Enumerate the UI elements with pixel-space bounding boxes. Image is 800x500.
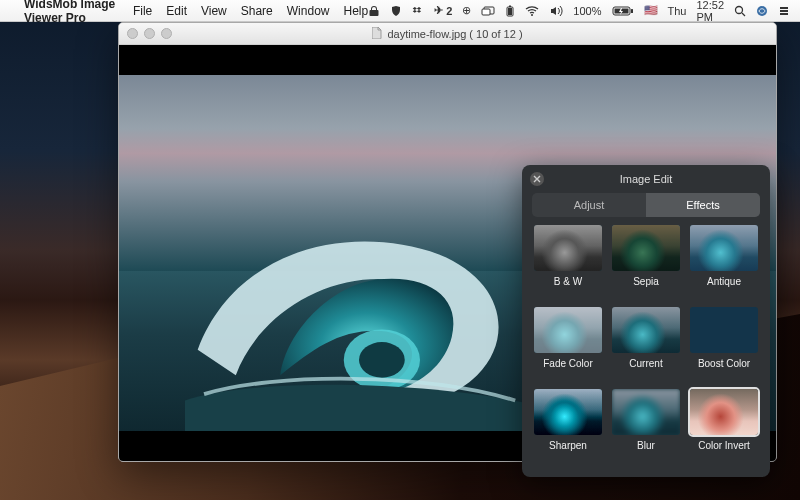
window-minimize-button[interactable] — [144, 28, 155, 39]
lock-icon[interactable] — [368, 5, 380, 17]
menu-window[interactable]: Window — [287, 4, 330, 18]
effects-grid: B & W Sepia Antique Fade Color Current B… — [522, 225, 770, 477]
effect-fade-color[interactable] — [534, 307, 602, 353]
displays-icon[interactable] — [481, 5, 495, 17]
menu-file[interactable]: File — [133, 4, 152, 18]
siri-icon[interactable] — [756, 5, 768, 17]
app-menu[interactable]: WidsMob Image Viewer Pro — [24, 0, 119, 25]
menubar-time: 12:52 PM — [696, 0, 724, 23]
panel-tabs: Adjust Effects — [532, 193, 760, 217]
svg-rect-14 — [780, 13, 788, 15]
effect-label: Fade Color — [543, 358, 592, 369]
document-icon — [372, 27, 382, 41]
menu-view[interactable]: View — [201, 4, 227, 18]
crosshair-icon[interactable]: ⊕ — [462, 4, 471, 17]
effect-label: Blur — [637, 440, 655, 451]
svg-point-5 — [531, 14, 533, 16]
image-edit-panel: Image Edit Adjust Effects B & W Sepia An… — [522, 165, 770, 477]
window-title: daytime-flow.jpg ( 10 of 12 ) — [387, 28, 522, 40]
effect-label: Sharpen — [549, 440, 587, 451]
spotlight-icon[interactable] — [734, 5, 746, 17]
effect-label: Current — [629, 358, 662, 369]
tab-adjust[interactable]: Adjust — [532, 193, 646, 217]
effect-blur[interactable] — [612, 389, 680, 435]
effect-current[interactable] — [612, 307, 680, 353]
volume-icon[interactable] — [549, 5, 563, 17]
svg-rect-4 — [509, 5, 511, 7]
effect-boost-color[interactable] — [690, 307, 758, 353]
charging-battery-icon[interactable] — [612, 5, 634, 17]
menu-help[interactable]: Help — [343, 4, 368, 18]
svg-rect-8 — [631, 9, 633, 13]
effect-antique[interactable] — [690, 225, 758, 271]
wifi-icon[interactable] — [525, 5, 539, 17]
effect-sharpen[interactable] — [534, 389, 602, 435]
effect-sepia[interactable] — [612, 225, 680, 271]
shield-icon[interactable] — [390, 5, 402, 17]
wave-illustration — [185, 210, 566, 431]
effect-bw[interactable] — [534, 225, 602, 271]
svg-line-10 — [742, 13, 745, 16]
menubar-day: Thu — [668, 5, 687, 17]
menu-share[interactable]: Share — [241, 4, 273, 18]
effect-label: Sepia — [633, 276, 659, 287]
tab-effects[interactable]: Effects — [646, 193, 760, 217]
input-flag[interactable]: 🇺🇸 — [644, 4, 658, 17]
svg-point-9 — [736, 6, 743, 13]
battery-icon[interactable] — [505, 5, 515, 17]
panel-title: Image Edit — [620, 173, 673, 185]
effect-label: Color Invert — [698, 440, 750, 451]
svg-rect-13 — [780, 10, 788, 12]
panel-close-button[interactable] — [530, 172, 544, 186]
notifications-icon[interactable] — [778, 5, 790, 17]
svg-rect-12 — [780, 7, 788, 9]
macos-menubar: WidsMob Image Viewer Pro File Edit View … — [0, 0, 800, 22]
window-close-button[interactable] — [127, 28, 138, 39]
window-titlebar[interactable]: daytime-flow.jpg ( 10 of 12 ) — [119, 23, 776, 45]
effect-color-invert[interactable] — [690, 389, 758, 435]
paper-plane-icon[interactable]: ✈ 2 — [434, 4, 452, 17]
svg-rect-1 — [482, 9, 490, 15]
window-zoom-button[interactable] — [161, 28, 172, 39]
effect-label: Boost Color — [698, 358, 750, 369]
svg-point-16 — [359, 342, 405, 378]
menu-edit[interactable]: Edit — [166, 4, 187, 18]
dropbox-icon[interactable] — [412, 5, 424, 17]
svg-rect-3 — [508, 8, 512, 15]
svg-point-11 — [757, 6, 767, 16]
effect-label: B & W — [554, 276, 582, 287]
battery-percent: 100% — [573, 5, 601, 17]
effect-label: Antique — [707, 276, 741, 287]
